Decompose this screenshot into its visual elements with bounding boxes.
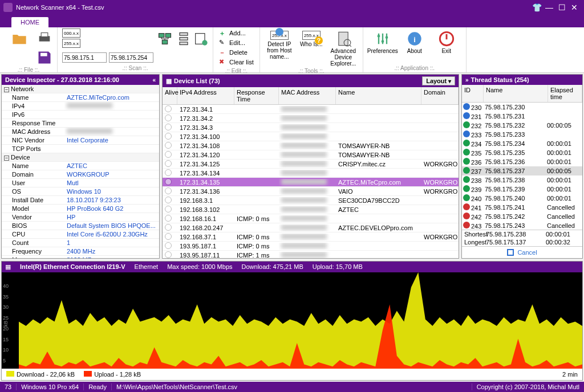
thread-row[interactable]: 237 75.98.175.23700:00:05 <box>462 166 582 175</box>
inspector-row[interactable]: Count1 <box>2 239 159 247</box>
inspector-row[interactable]: Response Time <box>2 119 159 128</box>
thread-row[interactable]: 241 75.98.175.241Cancelled <box>462 203 582 212</box>
device-row[interactable]: 172.31.34.135 xx AZTEC.MiTeCpro.comWORKG… <box>163 178 459 187</box>
thread-row[interactable]: 235 75.98.175.23500:00:01 <box>462 148 582 157</box>
device-row[interactable]: 192.168.3.1 xx SEC30CDA79BCC2D <box>163 196 459 205</box>
about-button[interactable]: iAbout <box>400 28 429 54</box>
device-row[interactable]: 172.31.34.125 xx CRISPY.mitec.czWORKGRO <box>163 160 459 169</box>
cancel-button[interactable]: Cancel <box>462 246 582 258</box>
status-count: 73 <box>0 383 17 390</box>
tab-home[interactable]: HOME <box>11 17 48 27</box>
minimize-button[interactable]: — <box>543 3 555 12</box>
scan-network-button[interactable] <box>156 28 174 47</box>
device-row[interactable]: 172.31.34.136 xx VAIOWORKGRO <box>163 187 459 196</box>
statusbar: 73 Windows 10 Pro x64 Ready M:\Win\Apps\… <box>0 382 584 392</box>
open-button[interactable] <box>5 28 34 47</box>
add-button[interactable]: ＋Add... <box>218 28 255 38</box>
collapse-icon[interactable]: » <box>465 77 469 83</box>
inspector-row[interactable]: Frequency2400 MHz <box>2 247 159 256</box>
inspector-row[interactable]: VendorHP <box>2 213 159 222</box>
status-ready: Ready <box>84 383 112 390</box>
inspector-row[interactable]: Memory8192 MB <box>2 256 159 259</box>
inspector-row[interactable]: TCP Ports <box>2 145 159 153</box>
detect-ip-button[interactable]: 255.x.x Detect IP from Host name... <box>265 28 294 60</box>
print-button[interactable] <box>36 28 52 47</box>
thread-row[interactable]: 242 75.98.175.242Cancelled <box>462 212 582 221</box>
preferences-button[interactable]: Preferences <box>368 28 398 54</box>
inspector-row[interactable]: NIC VendorIntel Corporate <box>2 136 159 145</box>
svg-point-15 <box>381 40 384 43</box>
thread-row[interactable]: 243 75.98.175.243Cancelled <box>462 221 582 230</box>
thread-row[interactable]: 233 75.98.175.233 <box>462 130 582 139</box>
device-row[interactable]: 192.168.20.247 xx AZTEC.DEVELOPpro.com <box>163 223 459 232</box>
device-row[interactable]: 193.95.187.1ICMP: 0 ms xx <box>163 242 459 251</box>
svg-rect-5 <box>162 40 167 44</box>
device-row[interactable]: 172.31.34.2 xx <box>163 114 459 123</box>
thread-status-panel: »Thread Status (254) IDNameElapsed time … <box>461 74 583 259</box>
svg-rect-1 <box>41 33 48 37</box>
inspector-row[interactable]: NameAZTEC.MiTeCpro.com <box>2 93 159 102</box>
nic-icon: ▦ <box>5 263 11 271</box>
ip-from-input[interactable] <box>62 52 107 63</box>
thread-row[interactable]: 231 75.98.175.231 <box>462 112 582 121</box>
device-row[interactable]: 172.31.34.3 xx <box>163 123 459 132</box>
ribbon-tabs: HOME <box>0 15 584 27</box>
inspector-row[interactable]: IPv4xxxxxx <box>2 102 159 111</box>
inspector-row[interactable]: Install Date18.10.2017 9:23:23 <box>2 196 159 205</box>
globe-icon <box>165 206 172 213</box>
thread-row[interactable]: 232 75.98.175.23200:00:05 <box>462 121 582 130</box>
device-row[interactable]: 172.31.34.100 xx <box>163 132 459 141</box>
edit-button[interactable]: ✎Edit... <box>218 38 255 47</box>
thread-row[interactable]: 230 75.98.175.230 <box>462 103 582 112</box>
status-icon <box>463 121 470 128</box>
status-icon <box>463 222 470 228</box>
thread-row[interactable]: 239 75.98.175.23900:00:01 <box>462 185 582 194</box>
device-row[interactable]: 172.31.34.120 xx TOMSAWYER-NB <box>163 150 459 160</box>
close-button[interactable]: ✕ <box>568 3 581 12</box>
inspector-row[interactable]: OSWindows 10 <box>2 187 159 196</box>
collapse-icon[interactable]: « <box>152 77 156 83</box>
inspector-row[interactable]: MAC Addressxxxxxx <box>2 128 159 136</box>
device-row[interactable]: 192.168.16.1ICMP: 0 ms xx <box>163 214 459 223</box>
exit-button[interactable]: Exit <box>432 28 461 54</box>
svg-rect-7 <box>180 38 188 40</box>
inspector-row[interactable]: DomainWORKGROUP <box>2 170 159 179</box>
device-row[interactable]: 172.31.34.134 xx <box>163 169 459 178</box>
thread-row[interactable]: 240 75.98.175.24000:00:01 <box>462 194 582 203</box>
thread-row[interactable]: 238 75.98.175.23800:00:01 <box>462 175 582 185</box>
status-path: M:\Win\Apps\NetTools\NetScanner\Test.csv <box>112 383 472 390</box>
clear-list-button[interactable]: ✖Clear list <box>218 58 255 67</box>
device-row[interactable]: 172.31.34.108 xx TOMSAWYER-NB <box>163 141 459 150</box>
maximize-button[interactable]: ☐ <box>555 3 568 12</box>
whois-button[interactable]: 255.x.x? Who Is... <box>297 28 326 47</box>
ip-to-input[interactable] <box>109 52 153 63</box>
thread-row[interactable]: 234 75.98.175.23400:00:01 <box>462 139 582 148</box>
save-button[interactable] <box>36 47 52 66</box>
scan-single-button[interactable] <box>193 28 208 47</box>
thread-row[interactable]: 236 75.98.175.23600:00:01 <box>462 157 582 166</box>
svg-rect-3 <box>159 34 164 38</box>
globe-icon <box>165 115 172 121</box>
inspector-row[interactable]: NameAZTEC <box>2 162 159 170</box>
inspector-row[interactable]: IPv6 <box>2 111 159 119</box>
status-icon <box>463 140 470 146</box>
svg-rect-6 <box>180 33 188 36</box>
inspector-row[interactable]: BIOSDefault System BIOS HPQOE... <box>2 222 159 230</box>
device-row[interactable]: 192.168.37.1ICMP: 0 ms xx WORKGRO <box>163 232 459 242</box>
scan-hosts-button[interactable] <box>176 28 191 47</box>
delete-button[interactable]: －Delete <box>218 48 255 57</box>
inspector-row[interactable]: UserMutl <box>2 179 159 187</box>
device-explorer-button[interactable]: Advanced Device Explorer... <box>328 28 358 67</box>
inspector-row[interactable]: CPUIntel Core i5-6200U 2.30GHz <box>2 230 159 239</box>
device-row[interactable]: 193.95.187.11ICMP: 1 ms xx <box>163 251 459 258</box>
inspector-row[interactable]: ModelHP ProBook 640 G2 <box>2 205 159 213</box>
globe-icon <box>165 124 172 130</box>
svg-point-14 <box>377 35 380 38</box>
titlebar: Network Scanner x64 - Test.csv 👕 — ☐ ✕ <box>0 0 584 15</box>
shirt-icon[interactable]: 👕 <box>530 3 543 12</box>
layout-button[interactable]: Layout ▾ <box>422 76 455 85</box>
device-row[interactable]: 192.168.3.102 xx AZTEC <box>163 205 459 214</box>
grid-icon: ▦ <box>166 77 172 85</box>
device-row[interactable]: 172.31.34.1 xx <box>163 105 459 114</box>
globe-icon <box>165 142 172 149</box>
